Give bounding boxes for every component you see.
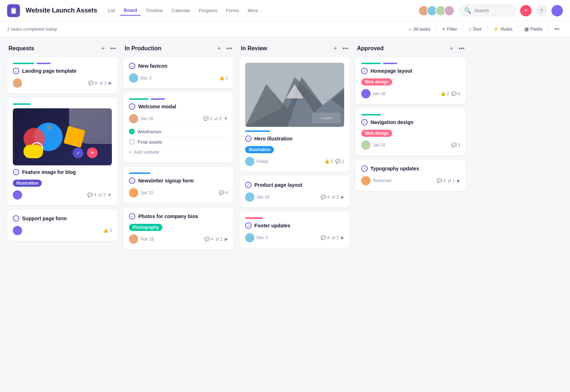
card-footer-welcome: Jan 16 💬 2 ⇄ 2 ▼ [129,114,228,123]
progress-bar-1 [13,63,34,64]
team-avatars [420,5,455,16]
dropdown-welcome[interactable]: ▼ [224,116,228,121]
column-requests: Requests + ••• Landing page template 💬 8… [7,44,118,245]
progress-hero [245,130,344,132]
separator-5 [548,26,549,33]
more-footer[interactable]: ▶ [341,235,344,240]
more-options-button[interactable]: ••• [551,24,563,34]
avatar-welcome [129,114,138,123]
pb-hero [245,130,270,132]
separator-4 [518,26,519,33]
column-in-production: In Production + ••• New favicon Dec 3 👍 … [123,44,234,254]
nav-list[interactable]: List [104,6,119,15]
add-subtask-button[interactable]: + Add subtask [129,147,228,157]
check-icon-bios [129,213,135,220]
fields-label: Fields [530,26,543,32]
card-title-row-homepage: Homepage layout [361,68,460,74]
all-tasks-button[interactable]: ○ All tasks [405,24,434,34]
search-input[interactable] [474,8,511,13]
plus-pink: + [87,148,98,158]
avatar-feature [13,190,22,200]
comments-feature: 💬 4 [87,192,96,197]
date-bios: Nov 15 [140,237,154,242]
card-title-welcome: Welcome modal [138,104,176,109]
separator-2 [463,26,463,33]
more-landing[interactable]: ▶ [109,81,112,86]
comments-footer: 💬 4 [321,235,330,240]
nav-progress[interactable]: Progress [195,6,221,15]
board: Requests + ••• Landing page template 💬 8… [0,37,570,386]
filter-button[interactable]: ≡ Filter [439,24,461,34]
card-typography: Typography updates Tomorrow 💬 4 ⇄ 1 ▶ [356,160,466,191]
more-feature[interactable]: ▼ [108,192,112,197]
date-footer: Dec 3 [256,235,268,240]
card-company-bios: Photos for company bios Photography Nov … [123,207,234,249]
nav-board[interactable]: Board [120,5,141,16]
separator-3 [487,26,487,33]
nav-more[interactable]: More... [244,6,265,15]
card-title-bios: Photos for company bios [138,213,198,219]
more-product[interactable]: ▶ [341,195,344,200]
likes-hero: 👍 5 [324,159,333,164]
check-icon-welcome [129,103,135,110]
col-more-production[interactable]: ••• [226,45,232,52]
comments-product: 💬 4 [321,195,330,200]
avatar-favicon [129,73,138,83]
comments-nav: 💬 3 [451,143,460,148]
col-add-approved[interactable]: + [447,44,456,53]
col-more-requests[interactable]: ••• [110,45,116,52]
tag-nav: Web design [361,130,460,137]
sort-button[interactable]: ↕ Sort [465,24,485,34]
likes-homepage: 👍 2 [440,91,449,96]
watermark-text: unsplash [321,117,332,120]
pb-footer [245,217,263,219]
all-tasks-label: All tasks [413,26,430,32]
card-title-row-support: Support page form [13,215,112,222]
pb-homepage-2 [383,63,397,64]
col-more-review[interactable]: ••• [342,45,348,52]
all-tasks-icon: ○ [409,26,411,32]
subtask-label-wireframes: Wireframes [138,129,161,134]
col-add-production[interactable]: + [215,44,223,53]
progress-landing [13,63,112,64]
user-avatar[interactable] [551,5,563,16]
col-add-review[interactable]: + [331,44,340,53]
tag-bios: Photography [129,224,228,231]
help-button[interactable]: ? [536,5,547,16]
card-footer-newsletter: Jan 10 💬 4 [129,188,228,197]
card-title-row-landing: Landing page template [13,68,112,74]
progress-homepage [361,63,460,64]
col-title-review: In Review [241,45,328,52]
date-newsletter: Jan 10 [140,190,153,195]
tag-homepage: Web design [361,78,460,86]
card-title-row-hero: Hero illustration [245,135,344,142]
card-footer-landing: 💬 8 ⇄ 1 ▶ [13,78,112,88]
subtask-check-wireframes [129,129,135,134]
col-more-approved[interactable]: ••• [458,45,465,52]
subtask-final-assets: Final assets [129,136,228,147]
col-add-requests[interactable]: + [99,44,107,53]
sort-label: Sort [473,26,482,32]
fields-button[interactable]: ▦ Fields [521,24,546,34]
rules-icon: ⚡ [493,26,499,32]
search-box[interactable]: 🔍 [459,5,516,16]
card-landing-page: Landing page template 💬 8 ⇄ 1 ▶ [7,57,118,93]
col-title-production: In Production [125,45,212,52]
more-bios[interactable]: ▶ [225,237,228,242]
header: 📋 Website Launch Assets List Board Timel… [0,0,570,21]
more-typography[interactable]: ▶ [457,178,460,183]
add-subtask-icon: + [129,149,132,155]
column-approved: Approved + ••• Homepage layout Web desig… [356,44,466,195]
nav-forms[interactable]: Forms [222,6,243,15]
avatar-homepage [361,89,370,98]
card-newsletter: Newsletter signup form Jan 10 💬 4 [123,167,234,203]
subtasks-typography: ⇄ 1 [448,178,455,183]
nav-timeline[interactable]: Timeline [142,6,167,15]
add-button[interactable]: + [520,5,532,16]
tag-hero: Illustration [245,146,344,153]
app-icon: 📋 [7,4,20,17]
nav-calendar[interactable]: Calendar [168,6,194,15]
card-footer-updates: Footer updates Dec 3 💬 4 ⇄ 2 ▶ [239,212,350,248]
card-footer-support: 👍 3 [13,226,112,235]
rules-button[interactable]: ⚡ Rules [489,24,516,34]
